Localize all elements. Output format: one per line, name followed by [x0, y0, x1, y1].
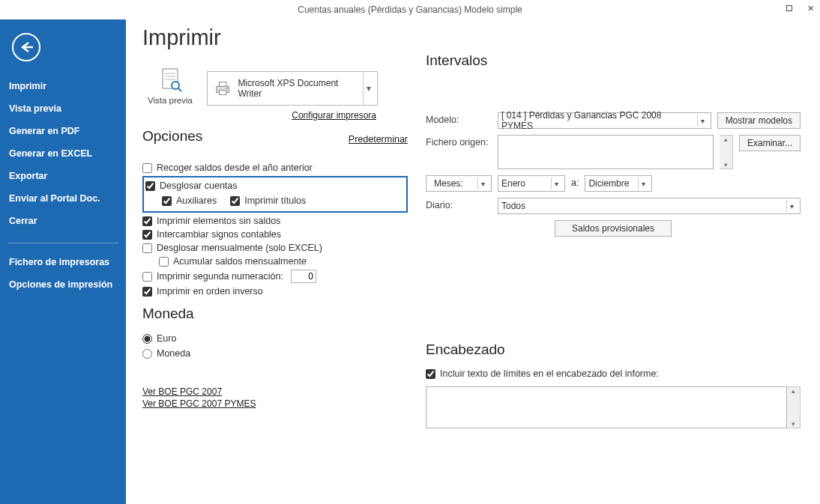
- mes-from-select[interactable]: Enero ▾: [498, 175, 565, 192]
- svg-point-4: [172, 82, 179, 89]
- encabezado-check[interactable]: Incluir texto de límites en el encabezad…: [426, 367, 801, 380]
- a-label: a:: [571, 175, 579, 188]
- boe-link-1[interactable]: Ver BOE PGC 2007: [142, 386, 408, 397]
- opt-segunda-num[interactable]: Imprimir segunda numeración:: [142, 268, 408, 285]
- nav-pdf[interactable]: Generar en PDF: [0, 120, 126, 142]
- diario-select[interactable]: Todos ▾: [498, 198, 801, 214]
- vista-previa-label: Vista previa: [148, 96, 193, 105]
- close-window-button[interactable]: [805, 3, 816, 13]
- radio-moneda[interactable]: Moneda: [142, 346, 408, 361]
- moneda-heading: Moneda: [142, 306, 408, 322]
- configure-printer-link[interactable]: Configurar impresora: [292, 110, 376, 121]
- mes-to-select[interactable]: Diciembre ▾: [585, 175, 652, 192]
- sidebar: Imprimir Vista previa Generar en PDF Gen…: [0, 19, 126, 504]
- nav-opciones-impresion[interactable]: Opciones de impresión: [0, 273, 126, 296]
- chevron-down-icon: ▾: [638, 177, 648, 189]
- nav-imprimir[interactable]: Imprimir: [0, 75, 126, 97]
- opciones-heading: Opciones: [142, 128, 202, 145]
- radio-euro[interactable]: Euro: [142, 331, 408, 346]
- chevron-down-icon: ▾: [551, 177, 561, 189]
- vista-previa-button[interactable]: Vista previa: [142, 62, 198, 113]
- nav-fichero-impresoras[interactable]: Fichero de impresoras: [0, 251, 126, 273]
- document-preview-icon: [156, 67, 184, 94]
- opt-imprimir-elementos[interactable]: Imprimir elementos sin saldos: [142, 214, 408, 228]
- saldos-provisionales-button[interactable]: Saldos provisionales: [555, 220, 672, 237]
- chevron-down-icon: ▾: [697, 115, 708, 127]
- back-button[interactable]: [12, 33, 40, 61]
- chevron-down-icon: ▾: [477, 177, 488, 189]
- scrollbar[interactable]: ▴▾: [787, 386, 801, 428]
- scrollbar[interactable]: ▴▾: [720, 135, 733, 169]
- fichero-label: Fichero origen:: [426, 135, 492, 148]
- predeterminar-link[interactable]: Predeterminar: [349, 134, 408, 145]
- opt-auxiliares[interactable]: Auxiliares: [162, 194, 217, 207]
- encabezado-heading: Encabezado: [426, 341, 801, 358]
- printer-name: Microsoft XPS Document Writer: [238, 78, 357, 99]
- examinar-button[interactable]: Examinar...: [739, 135, 801, 151]
- svg-point-9: [226, 88, 228, 89]
- chevron-down-icon: ▾: [786, 200, 797, 212]
- nav-cerrar[interactable]: Cerrar: [0, 210, 126, 232]
- printer-icon: [214, 80, 232, 97]
- modelo-value: [ 014 ] Pérdidas y Ganancias PGC 2008 PY…: [501, 110, 693, 131]
- encabezado-text[interactable]: [426, 386, 787, 428]
- opt-desglosar-mensual[interactable]: Desglosar mensualmente (solo EXCEL): [142, 241, 408, 255]
- opt-orden-inverso[interactable]: Imprimir en orden inverso: [142, 285, 408, 298]
- meses-label-select[interactable]: Meses: ▾: [426, 175, 492, 192]
- mostrar-modelos-button[interactable]: Mostrar modelos: [717, 112, 801, 129]
- desglosar-highlight: Desglosar cuentas Auxiliares Imprimir tí…: [142, 176, 408, 213]
- nav-vista-previa[interactable]: Vista previa: [0, 97, 126, 120]
- printer-select[interactable]: Microsoft XPS Document Writer ▾: [207, 71, 378, 106]
- maximize-button[interactable]: [784, 3, 795, 13]
- opt-imprimir-titulos[interactable]: Imprimir títulos: [230, 194, 306, 207]
- opt-intercambiar[interactable]: Intercambiar signos contables: [142, 228, 408, 241]
- fichero-origen-input[interactable]: [498, 135, 714, 169]
- segunda-num-input[interactable]: [291, 270, 316, 283]
- opt-recoger[interactable]: Recoger saldos desde el año anterior: [142, 161, 408, 174]
- opt-desglosar[interactable]: Desglosar cuentas: [145, 179, 402, 192]
- chevron-down-icon: ▾: [363, 72, 374, 105]
- boe-link-2[interactable]: Ver BOE PGC 2007 PYMES: [142, 398, 408, 409]
- opt-acumular[interactable]: Acumular saldos mensualmente: [142, 255, 408, 268]
- modelo-label: Modelo:: [426, 112, 492, 125]
- svg-rect-7: [220, 82, 226, 87]
- modelo-select[interactable]: [ 014 ] Pérdidas y Ganancias PGC 2008 PY…: [498, 112, 711, 129]
- intervalos-heading: Intervalos: [426, 52, 801, 69]
- svg-line-5: [178, 88, 181, 91]
- diario-label: Diario:: [426, 198, 492, 210]
- nav-portal[interactable]: Enviar al Portal Doc.: [0, 187, 126, 210]
- window-title: Cuentas anuales (Pérdidas y Ganancias) M…: [298, 4, 522, 15]
- svg-rect-8: [220, 91, 226, 95]
- nav-excel[interactable]: Generar en EXCEL: [0, 142, 126, 165]
- nav-exportar[interactable]: Exportar: [0, 165, 126, 187]
- page-title: Imprimir: [142, 25, 408, 50]
